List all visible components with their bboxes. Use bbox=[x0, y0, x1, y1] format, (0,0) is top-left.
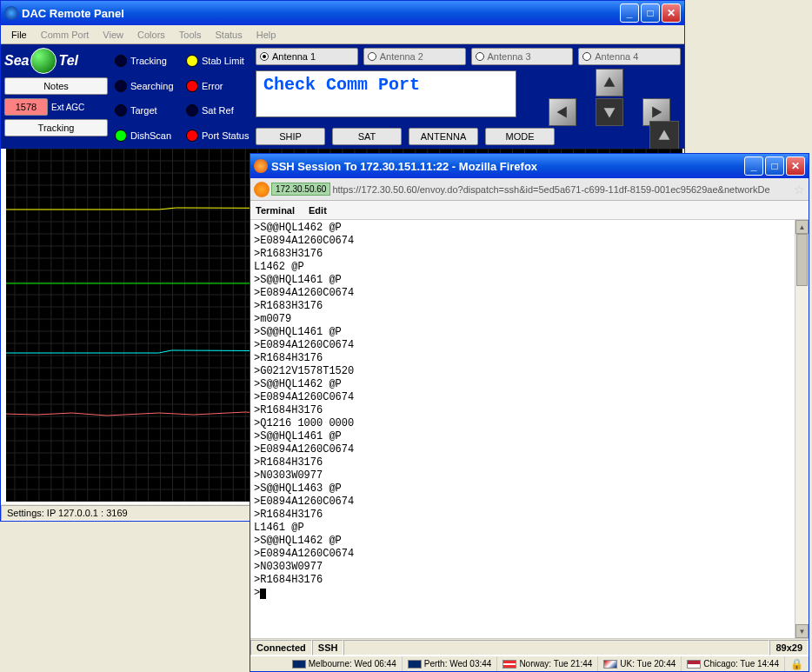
nav-arrow-pad bbox=[540, 69, 679, 147]
dac-menu-status[interactable]: Status bbox=[209, 28, 250, 42]
ssh-maximize-button[interactable]: □ bbox=[765, 156, 784, 176]
mode-mode-button[interactable]: MODE bbox=[485, 128, 555, 145]
ssh-menu-edit[interactable]: Edit bbox=[309, 205, 327, 216]
antenna-tab-3[interactable]: Antenna 3 bbox=[471, 48, 574, 65]
logo-left: Sea bbox=[4, 53, 29, 69]
sea-tel-block: Sea Tel Notes 1578 Ext AGC Tracking bbox=[1, 44, 111, 149]
logo-right: Tel bbox=[58, 53, 78, 69]
status-led-grid: Tracking Stab Limit Searching Error Targ… bbox=[111, 44, 257, 149]
ssh-titlebar[interactable]: SSH Session To 172.30.151.11:22 - Mozill… bbox=[250, 154, 809, 178]
ssh-url-bar: 172.30.50.60 https://172.30.50.60/envoy.… bbox=[250, 178, 809, 201]
arrow-down-button[interactable] bbox=[596, 98, 623, 126]
ssh-close-button[interactable]: ✕ bbox=[786, 156, 805, 176]
ip-tag[interactable]: 172.30.50.60 bbox=[271, 183, 330, 196]
dac-minimize-button[interactable]: _ bbox=[620, 3, 639, 23]
arrow-left-button[interactable] bbox=[549, 98, 576, 126]
dac-app-icon bbox=[4, 6, 18, 20]
dac-menubar: File Comm Port View Colors Tools Status … bbox=[1, 25, 684, 44]
antenna-tab-4-label: Antenna 4 bbox=[595, 51, 638, 62]
mode-sat-button[interactable]: SAT bbox=[332, 128, 402, 145]
ssh-status-connected: Connected bbox=[250, 640, 312, 655]
clock-label: Norway: Tue 21:44 bbox=[519, 659, 592, 669]
ssh-status-proto: SSH bbox=[312, 640, 344, 655]
scroll-up-icon[interactable]: ▲ bbox=[795, 220, 809, 234]
led-port-status bbox=[186, 130, 198, 142]
clock-cell: Melbourne: Wed 06:44 bbox=[287, 656, 403, 671]
clock-label: Chicago: Tue 14:44 bbox=[703, 659, 779, 669]
clock-label: Melbourne: Wed 06:44 bbox=[309, 659, 396, 669]
label-target: Target bbox=[130, 105, 183, 116]
flag-icon bbox=[503, 660, 516, 669]
dac-maximize-button[interactable]: □ bbox=[641, 3, 660, 23]
flag-icon bbox=[603, 660, 617, 669]
dac-menu-view[interactable]: View bbox=[96, 28, 130, 42]
lock-icon: 🔒 bbox=[785, 658, 809, 670]
antenna-tab-2[interactable]: Antenna 2 bbox=[363, 48, 466, 65]
comm-port-message: Check Comm Port bbox=[256, 70, 516, 117]
dac-menu-help[interactable]: Help bbox=[250, 28, 283, 42]
ssh-terminal-menubar: Terminal Edit bbox=[250, 201, 809, 220]
radio-icon bbox=[582, 52, 591, 61]
dac-menu-commport[interactable]: Comm Port bbox=[34, 28, 97, 42]
ssh-terminal-output[interactable]: >S@@HQL1462 @P >E0894A1260C0674 >R1683H3… bbox=[250, 220, 809, 602]
dac-close-button[interactable]: ✕ bbox=[662, 3, 681, 23]
antenna-tab-1-label: Antenna 1 bbox=[272, 51, 316, 62]
flag-icon bbox=[408, 660, 422, 669]
antenna-tab-1[interactable]: Antenna 1 bbox=[256, 48, 358, 65]
led-dishscan bbox=[115, 130, 127, 142]
tracking-button[interactable]: Tracking bbox=[4, 119, 108, 136]
clock-label: UK: Tue 20:44 bbox=[620, 659, 676, 669]
label-stab-limit: Stab Limit bbox=[202, 56, 254, 66]
notes-button[interactable]: Notes bbox=[4, 77, 108, 95]
arrow-up-button[interactable] bbox=[596, 69, 623, 96]
mode-antenna-button[interactable]: ANTENNA bbox=[409, 128, 478, 145]
mode-ship-button[interactable]: SHIP bbox=[256, 128, 325, 145]
antenna-tab-3-label: Antenna 3 bbox=[488, 51, 531, 62]
sea-tel-logo: Sea Tel bbox=[4, 48, 108, 74]
agc-label: Ext AGC bbox=[51, 103, 84, 112]
led-sat-ref bbox=[186, 104, 198, 116]
scroll-down-icon[interactable]: ▼ bbox=[795, 624, 809, 638]
label-error: Error bbox=[202, 81, 254, 91]
agc-value[interactable]: 1578 bbox=[4, 98, 48, 116]
dac-titlebar[interactable]: DAC Remote Panel _ □ ✕ bbox=[1, 1, 684, 25]
flag-icon bbox=[292, 660, 306, 669]
led-tracking bbox=[115, 55, 127, 67]
led-stab-limit bbox=[186, 55, 198, 67]
led-error bbox=[186, 80, 198, 92]
ssh-minimize-button[interactable]: _ bbox=[744, 156, 763, 176]
site-identity-icon[interactable] bbox=[254, 182, 270, 197]
antenna-tabs: Antenna 1 Antenna 2 Antenna 3 Antenna 4 bbox=[256, 48, 681, 65]
led-searching bbox=[115, 80, 127, 92]
label-tracking: Tracking bbox=[130, 56, 183, 66]
radio-icon bbox=[260, 52, 269, 61]
antenna-tab-4[interactable]: Antenna 4 bbox=[578, 48, 681, 65]
label-port-status: Port Status bbox=[202, 130, 254, 141]
ssh-menu-terminal[interactable]: Terminal bbox=[256, 205, 295, 216]
mode-button-bar: SHIP SAT ANTENNA MODE bbox=[256, 128, 555, 145]
firefox-icon bbox=[254, 159, 268, 173]
scroll-thumb[interactable] bbox=[796, 234, 808, 286]
label-sat-ref: Sat Ref bbox=[202, 105, 254, 116]
antenna-tab-2-label: Antenna 2 bbox=[380, 51, 423, 62]
ssh-status-size: 89x29 bbox=[769, 640, 809, 655]
radio-icon bbox=[368, 52, 376, 61]
dac-menu-tools[interactable]: Tools bbox=[172, 28, 209, 42]
bookmark-star-icon[interactable]: ☆ bbox=[794, 183, 805, 196]
world-clock-bar: Melbourne: Wed 06:44Perth: Wed 03:44Norw… bbox=[250, 655, 809, 671]
url-text[interactable]: https://172.30.50.60/envoy.do?dispatch=s… bbox=[332, 184, 792, 195]
terminal-scrollbar[interactable]: ▲ ▼ bbox=[795, 220, 809, 638]
dac-menu-file[interactable]: File bbox=[4, 28, 34, 42]
dac-title: DAC Remote Panel bbox=[22, 7, 124, 20]
clock-label: Perth: Wed 03:44 bbox=[424, 659, 492, 669]
ssh-firefox-window: SSH Session To 172.30.151.11:22 - Mozill… bbox=[250, 153, 809, 672]
flag-icon bbox=[687, 660, 701, 669]
globe-icon bbox=[30, 48, 57, 74]
label-searching: Searching bbox=[130, 81, 183, 91]
clock-cell: Perth: Wed 03:44 bbox=[403, 656, 498, 671]
radio-icon bbox=[476, 52, 484, 61]
clock-cell: UK: Tue 20:44 bbox=[598, 656, 682, 671]
dac-menu-colors[interactable]: Colors bbox=[130, 28, 172, 42]
arrow-home-button[interactable] bbox=[649, 121, 679, 150]
dac-toolbar: Sea Tel Notes 1578 Ext AGC Tracking Trac… bbox=[1, 44, 684, 149]
